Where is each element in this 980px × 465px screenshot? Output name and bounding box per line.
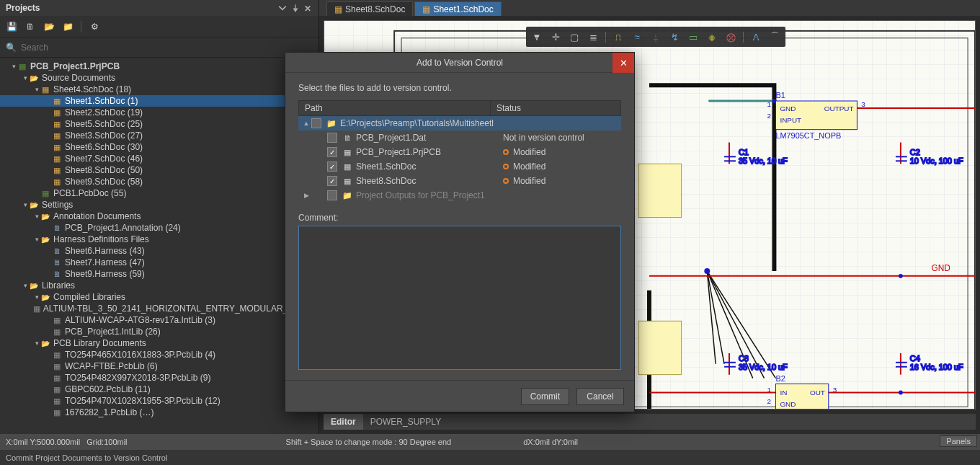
file-doc-icon: [52, 257, 62, 267]
bottom-tabs: EditorPOWER_SUPPLY: [324, 414, 976, 430]
projects-toolbar: 💾 🗎 📂 📁 ⚙: [0, 16, 318, 37]
tree-row[interactable]: PCB1.PcbDoc (55): [0, 187, 318, 199]
tree-row[interactable]: Sheet2.SchDoc (19): [0, 107, 318, 118]
tree-label: GBPC602.PcbLib (11): [65, 384, 151, 394]
svg-text:10 Vdc, 100 uF: 10 Vdc, 100 uF: [910, 156, 963, 165]
projects-panel-title: Projects: [6, 3, 40, 13]
bottom-tab[interactable]: Editor: [324, 414, 363, 430]
file-doc-icon: [52, 223, 62, 233]
tree-row[interactable]: WCAP-FTBE.PcbLib (6): [0, 360, 318, 372]
tree-row[interactable]: Sheet5.SchDoc (25): [0, 118, 318, 130]
file-checkbox[interactable]: [327, 133, 337, 143]
file-row[interactable]: ✓▦Sheet1.SchDocModified: [298, 159, 621, 174]
tree-label: TO254P465X1016X1883-3P.PcbLib (4): [65, 350, 215, 360]
comment-input[interactable]: [298, 226, 621, 370]
panels-button[interactable]: Panels: [940, 435, 977, 447]
status-bar: X:0mil Y:5000.000mil Grid:100mil Shift +…: [0, 434, 980, 450]
tree-row[interactable]: PCB_Project1.Annotation (24): [0, 222, 318, 234]
file-row[interactable]: 🗎PCB_Project1.DatNot in version control: [298, 130, 621, 145]
pin-icon[interactable]: [291, 4, 300, 12]
file-checkbox[interactable]: [311, 118, 321, 128]
tree-row[interactable]: ▾PCB Library Documents: [0, 337, 318, 349]
tree-row[interactable]: ▾Source Documents: [0, 72, 318, 84]
tree-row[interactable]: ▾PCB_Project1.PrjPCB: [0, 61, 318, 72]
file-row[interactable]: ▶📁Project Outputs for PCB_Project1: [298, 188, 621, 203]
status-mode: Shift + Space to change mode : 90 Degree…: [286, 438, 452, 446]
svg-text:INPUT: INPUT: [780, 116, 801, 124]
tree-label: Sheet6.Harness (43): [65, 246, 145, 256]
tree-row[interactable]: ▾Annotation Documents: [0, 211, 318, 222]
file-icon: 📁: [342, 191, 353, 200]
bottom-tab[interactable]: POWER_SUPPLY: [363, 414, 448, 430]
tree-label: Sheet7.Harness (47): [65, 257, 145, 267]
file-checkbox[interactable]: ✓: [327, 176, 337, 186]
tree-label: WCAP-FTBE.PcbLib (6): [65, 361, 158, 371]
file-doc-icon: [52, 269, 62, 279]
file-row[interactable]: ✓▦Sheet8.SchDocModified: [298, 174, 621, 188]
tree-row[interactable]: Sheet9.SchDoc (58): [0, 176, 318, 187]
file-checkbox[interactable]: [327, 190, 337, 200]
close-icon[interactable]: ✕: [304, 4, 313, 12]
add-folder-icon[interactable]: 📁: [62, 21, 74, 32]
tree-row[interactable]: Sheet6.SchDoc (30): [0, 141, 318, 153]
document-tab[interactable]: ▦Sheet1.SchDoc: [414, 1, 501, 16]
commit-button[interactable]: Commit: [521, 388, 569, 405]
tree-row[interactable]: Sheet6.Harness (43): [0, 245, 318, 257]
tree-row[interactable]: TO254P470X1028X1955-3P.PcbLib (12): [0, 395, 318, 407]
save-icon[interactable]: 💾: [6, 21, 17, 32]
projects-search-input[interactable]: [21, 43, 313, 53]
tree-row[interactable]: Sheet1.SchDoc (1): [0, 95, 318, 107]
tree-row[interactable]: TO254P465X1016X1883-3P.PcbLib (4): [0, 349, 318, 360]
tree-row[interactable]: Sheet7.SchDoc (46): [0, 153, 318, 164]
svg-text:1: 1: [767, 386, 772, 394]
tree-row[interactable]: ALTIUM-WCAP-ATG8-rev17a.IntLib (3): [0, 314, 318, 326]
dropdown-icon[interactable]: [278, 4, 287, 12]
status-delta: dX:0mil dY:0mil: [523, 438, 578, 446]
col-status-header[interactable]: Status: [491, 101, 620, 115]
tree-row[interactable]: 1676282_1.PcbLib (…): [0, 407, 318, 418]
tree-label: Sheet6.SchDoc (30): [65, 142, 143, 152]
open-folder-icon[interactable]: 📂: [43, 21, 55, 32]
file-checkbox[interactable]: ✓: [327, 147, 337, 157]
tree-row[interactable]: ALTIUM-TBL_3_50_2141_HORIZONTAL_ENTRY_MO…: [0, 303, 318, 314]
file-path: Sheet8.SchDoc: [356, 176, 503, 186]
file-checkbox[interactable]: ✓: [327, 161, 337, 172]
close-icon[interactable]: ✕: [612, 53, 634, 73]
tree-row[interactable]: TO254P482X997X2018-3P.PcbLib (9): [0, 372, 318, 384]
file-sch-icon: [52, 130, 62, 141]
gear-icon[interactable]: ⚙: [89, 21, 100, 32]
tree-row[interactable]: ▾Harness Definitions Files: [0, 234, 318, 245]
file-icon: 🗎: [342, 133, 353, 142]
document-tabs: ▦Sheet8.SchDoc▦Sheet1.SchDoc: [319, 0, 980, 16]
tree-label: Compiled Libraries: [53, 292, 125, 302]
cancel-button[interactable]: Cancel: [576, 388, 624, 405]
tree-row[interactable]: ▾Libraries: [0, 280, 318, 291]
tree-row[interactable]: ▾Sheet4.SchDoc (18): [0, 84, 318, 95]
svg-text:B1: B1: [775, 91, 785, 99]
folder-open-icon: [29, 280, 39, 291]
dialog-title-bar: Add to Version Control ✕: [285, 53, 634, 73]
file-row[interactable]: ▲📁E:\Projects\Preamp\Tutorials\Multishee…: [298, 116, 621, 130]
tree-row[interactable]: GBPC602.PcbLib (11): [0, 384, 318, 395]
tree-label: Sheet2.SchDoc (19): [65, 107, 143, 118]
tree-row[interactable]: Sheet7.Harness (47): [0, 257, 318, 268]
svg-text:OUTPUT: OUTPUT: [824, 105, 854, 112]
tree-row[interactable]: Sheet8.SchDoc (50): [0, 164, 318, 176]
svg-text:2: 2: [767, 112, 772, 120]
file-pcb-icon: [17, 61, 27, 71]
file-lib-icon: [52, 396, 62, 406]
tree-row[interactable]: PCB_Project1.IntLib (26): [0, 326, 318, 337]
document-tab[interactable]: ▦Sheet8.SchDoc: [326, 1, 413, 16]
svg-text:C2: C2: [910, 148, 920, 156]
new-doc-icon[interactable]: 🗎: [24, 21, 36, 32]
tree-row[interactable]: ▾Settings: [0, 199, 318, 211]
tree-row[interactable]: ▾Compiled Libraries: [0, 291, 318, 303]
file-path: Project Outputs for PCB_Project1: [356, 190, 503, 200]
projects-tree[interactable]: ▾PCB_Project1.PrjPCB▾Source Documents▾Sh…: [0, 58, 318, 434]
tree-row[interactable]: Sheet9.Harness (59): [0, 268, 318, 280]
file-grid[interactable]: ▲📁E:\Projects\Preamp\Tutorials\Multishee…: [298, 116, 621, 203]
file-path: Sheet1.SchDoc: [356, 161, 503, 172]
file-row[interactable]: ✓▦PCB_Project1.PrjPCBModified: [298, 145, 621, 159]
col-path-header[interactable]: Path: [299, 101, 491, 115]
tree-row[interactable]: Sheet3.SchDoc (27): [0, 130, 318, 141]
